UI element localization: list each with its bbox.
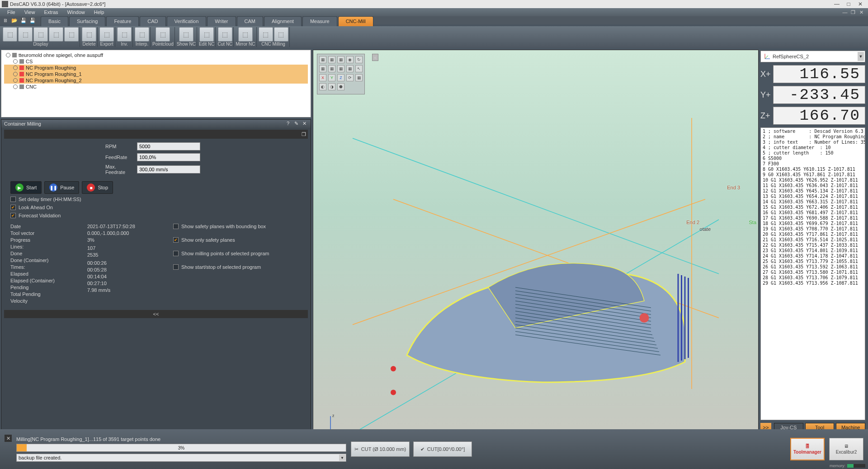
ribbon-btn-shownc[interactable]: ⬚ <box>179 27 193 42</box>
tab-surfacing[interactable]: Surfacing <box>69 16 105 27</box>
mdi-minimize-button[interactable]: — <box>841 9 849 15</box>
tab-cam[interactable]: CAM <box>237 16 263 27</box>
qa-new-button[interactable]: 🗎 <box>2 17 9 23</box>
menu-help[interactable]: Help <box>90 9 109 15</box>
coord-system-select[interactable]: RefSphereCS_2 ▼ <box>760 51 865 62</box>
tab-cnc-mill[interactable]: CNC-Mill <box>338 16 373 27</box>
tab-measure[interactable]: Measure <box>302 16 337 27</box>
ribbon-btn-pc[interactable]: ⬚ <box>156 27 170 42</box>
rpm-label: RPM <box>10 144 137 149</box>
start-button[interactable]: ▶Start <box>10 181 42 194</box>
ribbon-btn-sphere[interactable]: ⬚ <box>18 27 33 42</box>
qa-saveall-button[interactable]: 💾 <box>29 17 36 23</box>
lookahead-checkbox[interactable]: ✔ <box>10 205 16 210</box>
maxfeed-input[interactable] <box>137 165 200 174</box>
cut-buttons: ✂CUT (Ø 10.000 mm) ✔CUT[0.00°/0.00°] <box>351 441 472 457</box>
visibility-icon[interactable] <box>13 78 18 83</box>
tree-row[interactable]: CNC <box>4 84 308 90</box>
ribbon-btn-interp[interactable]: ⬚ <box>135 27 149 42</box>
tab-alignment[interactable]: Alignment <box>264 16 302 27</box>
tree-row[interactable]: NC Program Roughing <box>4 65 308 71</box>
ribbon-btn-export[interactable]: ⬚ <box>99 27 114 42</box>
tree-row[interactable]: tteuromold ohne spiegel, ohne auspuff <box>4 52 308 58</box>
ribbon-btn-eye[interactable]: ⬚ <box>3 27 17 42</box>
tab-basic[interactable]: Basic <box>41 16 68 27</box>
safety-only-checkbox[interactable]: ✔ <box>173 237 179 243</box>
panel-help-button[interactable]: ? <box>284 121 292 127</box>
memory-indicator: memory: <box>830 464 865 468</box>
stats-options: Show safety planes with bounding box ✔Sh… <box>160 224 306 304</box>
os-close-button[interactable]: ✕ <box>854 1 866 7</box>
collapse-bar[interactable]: << <box>4 310 308 318</box>
rpm-input[interactable] <box>137 142 200 150</box>
mdi-window-controls: — ❐ ✕ <box>841 9 865 15</box>
tab-cad[interactable]: CAD <box>140 16 165 27</box>
tree-label: NC Program Roughing_2 <box>26 78 82 83</box>
x-axis-label: X+ <box>760 70 773 79</box>
cut-diameter-button[interactable]: ✂CUT (Ø 10.000 mm) <box>351 441 410 457</box>
progress-pct: 3% <box>17 444 346 451</box>
ribbon-btn-editnc[interactable]: ⬚ <box>199 27 214 42</box>
ribbon-btn-pin[interactable]: ⬚ <box>64 27 79 42</box>
status-message[interactable]: backup file created.▼ <box>16 454 346 462</box>
visibility-icon[interactable] <box>13 66 18 70</box>
visibility-icon[interactable] <box>13 84 18 89</box>
dropdown-icon: ▼ <box>339 455 345 461</box>
forecast-checkbox[interactable]: ✔ <box>10 213 16 218</box>
ribbon-btn-trash[interactable]: ⬚ <box>82 27 96 42</box>
qa-open-button[interactable]: 📂 <box>11 17 18 23</box>
ribbon-btn-cutnc[interactable]: ⬚ <box>218 27 232 42</box>
rotate-label: otate <box>700 226 711 232</box>
qa-save-button[interactable]: 💾 <box>20 17 27 23</box>
ribbon-btn-mirrornc[interactable]: ⬚ <box>238 27 253 42</box>
os-minimize-button[interactable]: — <box>831 1 843 7</box>
cut-angle-button[interactable]: ✔CUT[0.00°/0.00°] <box>413 441 472 457</box>
ribbon-btn-mill1[interactable]: ⬚ <box>259 27 273 42</box>
mdi-close-button[interactable]: ✕ <box>857 9 865 15</box>
tree-label: CNC <box>26 84 37 89</box>
tree-row[interactable]: CS <box>4 58 308 65</box>
os-maximize-button[interactable]: □ <box>843 1 854 7</box>
visibility-icon[interactable] <box>13 59 18 64</box>
tree-row[interactable]: NC Program Roughing_1 <box>4 71 308 77</box>
model-tree[interactable]: tteuromold ohne spiegel, ohne auspuffCSN… <box>1 50 311 117</box>
gcode-listing[interactable]: 1 ; software : Descad Version 6.3 2 ; na… <box>760 127 865 420</box>
ribbon-group-label: Cut NC <box>217 42 232 47</box>
tab-verification[interactable]: Verification <box>167 16 207 27</box>
panel-dock-button[interactable]: ❐ <box>302 131 306 137</box>
mdi-restore-button[interactable]: ❐ <box>849 9 857 15</box>
visibility-icon[interactable] <box>13 72 18 76</box>
pause-button[interactable]: ❚❚Pause <box>44 181 79 194</box>
menu-file[interactable]: File <box>3 9 20 15</box>
right-column: RefSphereCS_2 ▼ X+116.55 Y+-233.45 Z+166… <box>760 49 868 445</box>
z-axis-label: Z+ <box>760 111 773 121</box>
footer-close-button[interactable]: ✕ <box>5 435 12 442</box>
node-icon <box>12 53 17 57</box>
tree-row[interactable]: NC Program Roughing_2 <box>4 77 308 84</box>
safety-bbox-checkbox[interactable] <box>173 224 179 229</box>
tab-writer[interactable]: Writer <box>207 16 236 27</box>
stop-button[interactable]: ■Stop <box>82 181 113 194</box>
menu-extras[interactable]: Extras <box>39 9 62 15</box>
millpoints-checkbox[interactable] <box>173 251 179 256</box>
panel-pin-button[interactable]: ✎ <box>292 121 300 127</box>
menu-window[interactable]: Window <box>63 9 90 15</box>
startstop-checkbox[interactable] <box>173 264 179 270</box>
tab-feature[interactable]: Feature <box>106 16 139 27</box>
excalibur-button[interactable]: 🖥Excalibur2 <box>829 438 863 460</box>
ribbon-btn-gear[interactable]: ⬚ <box>33 27 48 42</box>
pause-icon: ❚❚ <box>49 183 57 192</box>
ribbon-btn-mill2[interactable]: ⬚ <box>274 27 288 42</box>
ribbon-btn-stack[interactable]: ⬚ <box>49 27 63 42</box>
ribbon-group-label: Export <box>100 42 113 47</box>
feedrate-input[interactable] <box>137 153 200 161</box>
z-readout: 166.70 <box>773 107 865 125</box>
ribbon-btn-inv[interactable]: ⬚ <box>117 27 132 42</box>
delay-checkbox[interactable] <box>10 197 16 202</box>
ribbon-group-editnc: ⬚Edit NC <box>198 27 216 47</box>
3d-viewport[interactable]: ▦▦▦◉↻ ▦▦▦▦↖ XYZ⟳▦ ◐◑⬣ « <box>313 50 759 444</box>
visibility-icon[interactable] <box>6 53 10 57</box>
panel-close-button[interactable]: ✕ <box>301 121 308 127</box>
menu-view[interactable]: View <box>20 9 40 15</box>
toolmanager-button[interactable]: 🗄Toolmanager <box>790 438 825 460</box>
